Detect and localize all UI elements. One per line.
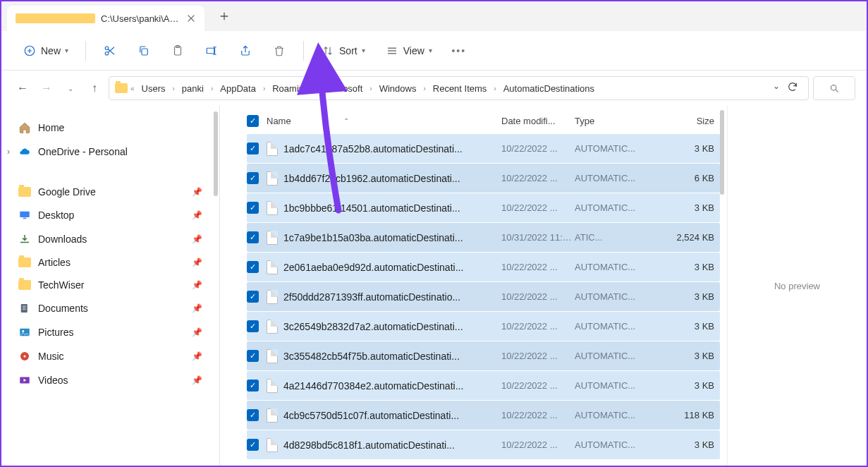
paste-button[interactable] <box>164 40 192 62</box>
pictures-icon <box>18 326 31 339</box>
bc-item[interactable]: Microsoft <box>322 80 367 97</box>
row-checkbox[interactable]: ✓ <box>247 172 259 184</box>
folder-icon <box>18 187 31 197</box>
filelist-scrollbar[interactable] <box>720 110 724 195</box>
row-checkbox[interactable]: ✓ <box>247 261 259 273</box>
file-name: 2f50ddd2871393ff.automaticDestinatio... <box>283 291 460 303</box>
row-checkbox[interactable]: ✓ <box>247 409 259 421</box>
address-row: ← → ⌄ ↑ « Users› panki› AppData› Roaming… <box>1 71 867 106</box>
sidebar-label: Videos <box>38 375 68 386</box>
table-row[interactable]: ✓ 2f50ddd2871393ff.automaticDestinatio..… <box>247 282 720 311</box>
copy-icon <box>137 44 151 58</box>
file-size: 118 KB <box>658 410 720 420</box>
row-checkbox[interactable]: ✓ <box>247 380 259 392</box>
more-button[interactable]: ••• <box>445 40 473 62</box>
file-type: AUTOMATIC... <box>575 351 658 361</box>
column-size[interactable]: Size <box>658 116 720 126</box>
sidebar-item-documents[interactable]: Documents📌 <box>8 296 212 320</box>
sort-button[interactable]: Sort ▾ <box>314 40 372 62</box>
search-box[interactable] <box>813 76 855 100</box>
table-row[interactable]: ✓ 3c26549b2832d7a2.automaticDestinati...… <box>247 312 720 341</box>
window-tab[interactable]: C:\Users\panki\AppData\Roar <box>7 6 204 31</box>
row-checkbox[interactable]: ✓ <box>247 291 259 303</box>
table-row[interactable]: ✓ 4d8298bd5c818f1.automaticDestinati... … <box>247 430 720 459</box>
videos-icon <box>18 374 31 387</box>
file-date: 10/22/2022 ... <box>501 321 575 332</box>
sidebar-item-pictures[interactable]: Pictures📌 <box>8 320 212 344</box>
sidebar-item-home[interactable]: Home <box>8 116 212 140</box>
chevron-down-icon[interactable]: ⌄ <box>773 81 780 95</box>
sidebar-scrollbar[interactable] <box>214 111 218 196</box>
row-checkbox[interactable]: ✓ <box>247 142 259 154</box>
clipboard-icon <box>171 44 185 58</box>
view-icon <box>385 44 399 58</box>
file-type: ATIC... <box>575 232 658 243</box>
column-type[interactable]: Type <box>575 116 658 126</box>
bc-item[interactable]: Roaming <box>268 80 313 97</box>
table-row[interactable]: ✓ 4a21446d770384e2.automaticDestinati...… <box>247 371 720 400</box>
table-row[interactable]: ✓ 2e061aeba0e9d92d.automaticDestinati...… <box>247 253 720 281</box>
sidebar-item-onedrive[interactable]: › OneDrive - Personal <box>8 140 212 164</box>
view-button[interactable]: View ▾ <box>378 40 439 62</box>
file-list: ✓ Name⌃ Date modifi... Type Size ✓ 1adc7… <box>220 106 727 466</box>
more-icon: ••• <box>452 44 466 58</box>
delete-button[interactable] <box>265 40 293 62</box>
new-tab-button[interactable] <box>213 5 236 28</box>
column-name[interactable]: Name⌃ <box>267 116 501 126</box>
file-size: 3 KB <box>658 380 720 391</box>
sidebar-item-desktop[interactable]: Desktop📌 <box>8 203 212 227</box>
bc-item[interactable]: Users <box>137 80 170 97</box>
file-size: 3 KB <box>658 143 720 154</box>
file-type: AUTOMATIC... <box>575 143 658 154</box>
bc-item[interactable]: Recent Items <box>429 80 491 97</box>
up-button[interactable]: ↑ <box>85 78 104 98</box>
select-all-checkbox[interactable]: ✓ <box>247 115 259 127</box>
bc-item[interactable]: AutomaticDestinations <box>499 80 599 97</box>
row-checkbox[interactable]: ✓ <box>247 320 259 332</box>
new-button[interactable]: New ▾ <box>16 40 75 62</box>
row-checkbox[interactable]: ✓ <box>247 231 259 243</box>
bc-item[interactable]: AppData <box>216 80 260 97</box>
row-checkbox[interactable]: ✓ <box>247 350 259 362</box>
cut-button[interactable] <box>96 40 124 62</box>
column-date[interactable]: Date modifi... <box>501 116 575 126</box>
table-row[interactable]: ✓ 1adc7c41a87a52b8.automaticDestinati...… <box>247 134 720 163</box>
sidebar-item-articles[interactable]: Articles📌 <box>8 251 212 274</box>
file-name: 3c355482cb54f75b.automaticDestinati... <box>283 351 460 362</box>
file-date: 10/22/2022 ... <box>501 262 575 272</box>
svg-point-14 <box>24 356 26 358</box>
table-row[interactable]: ✓ 1c7a9be1b15a03ba.automaticDestinati...… <box>247 223 720 252</box>
chevron-right-icon[interactable]: › <box>7 147 10 157</box>
table-row[interactable]: ✓ 1b4dd67f29cb1962.automaticDestinati...… <box>247 164 720 193</box>
table-row[interactable]: ✓ 4cb9c5750d51c07f.automaticDestinati...… <box>247 401 720 430</box>
svg-point-1 <box>105 47 109 50</box>
bc-item[interactable]: Windows <box>375 80 421 97</box>
forward-button[interactable]: → <box>37 78 56 98</box>
sidebar-item-downloads[interactable]: Downloads📌 <box>8 227 212 251</box>
file-icon <box>267 290 278 304</box>
file-type: AUTOMATIC... <box>575 173 658 183</box>
refresh-icon[interactable] <box>787 81 798 95</box>
sidebar-label: Pictures <box>38 327 74 338</box>
sidebar-item-videos[interactable]: Videos📌 <box>8 368 212 392</box>
home-icon <box>18 121 31 134</box>
file-icon <box>267 408 278 423</box>
close-icon[interactable] <box>186 13 196 23</box>
sidebar-item-google-drive[interactable]: Google Drive📌 <box>8 181 212 203</box>
svg-point-12 <box>22 330 24 332</box>
row-checkbox[interactable]: ✓ <box>247 202 259 214</box>
table-row[interactable]: ✓ 1bc9bbbe61f14501.automaticDestinati...… <box>247 193 720 222</box>
sidebar-label: Desktop <box>38 210 74 221</box>
copy-button[interactable] <box>130 40 158 62</box>
rename-button[interactable] <box>197 40 226 62</box>
table-row[interactable]: ✓ 3c355482cb54f75b.automaticDestinati...… <box>247 341 720 370</box>
sidebar-item-music[interactable]: Music📌 <box>8 344 212 368</box>
chevron-down-icon: ▾ <box>65 47 68 54</box>
share-button[interactable] <box>231 40 259 62</box>
row-checkbox[interactable]: ✓ <box>247 439 259 451</box>
sidebar-item-techwiser[interactable]: TechWiser📌 <box>8 274 212 296</box>
bc-item[interactable]: panki <box>178 80 208 97</box>
recent-button[interactable]: ⌄ <box>61 78 80 98</box>
back-button[interactable]: ← <box>13 78 32 98</box>
breadcrumb[interactable]: « Users› panki› AppData› Roaming› Micros… <box>109 76 809 100</box>
